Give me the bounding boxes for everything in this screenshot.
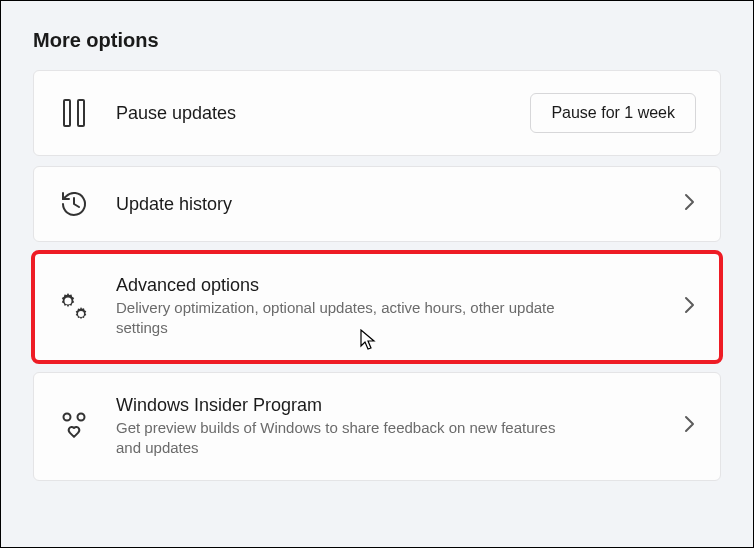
card-title: Update history (116, 194, 662, 215)
chevron-right-icon (682, 192, 696, 216)
svg-rect-1 (78, 100, 84, 126)
svg-point-5 (78, 414, 85, 421)
history-icon (52, 189, 96, 219)
svg-point-2 (66, 298, 71, 303)
svg-point-3 (79, 312, 83, 316)
section-title: More options (33, 29, 721, 52)
people-heart-icon (52, 411, 96, 441)
card-subtitle: Delivery optimization, optional updates,… (116, 298, 576, 339)
double-gear-icon (52, 290, 96, 324)
advanced-options-card[interactable]: Advanced options Delivery optimization, … (33, 252, 721, 362)
windows-insider-card[interactable]: Windows Insider Program Get preview buil… (33, 372, 721, 482)
card-body: Windows Insider Program Get preview buil… (116, 395, 662, 459)
card-body: Pause updates (116, 103, 510, 124)
pause-for-1-week-button[interactable]: Pause for 1 week (530, 93, 696, 133)
card-subtitle: Get preview builds of Windows to share f… (116, 418, 576, 459)
svg-rect-0 (64, 100, 70, 126)
chevron-right-icon (682, 295, 696, 319)
card-title: Advanced options (116, 275, 662, 296)
svg-point-4 (64, 414, 71, 421)
card-title: Pause updates (116, 103, 510, 124)
chevron-right-icon (682, 414, 696, 438)
update-history-card[interactable]: Update history (33, 166, 721, 242)
card-body: Update history (116, 194, 662, 215)
pause-updates-card[interactable]: Pause updates Pause for 1 week (33, 70, 721, 156)
card-body: Advanced options Delivery optimization, … (116, 275, 662, 339)
card-title: Windows Insider Program (116, 395, 662, 416)
pause-icon (52, 98, 96, 128)
